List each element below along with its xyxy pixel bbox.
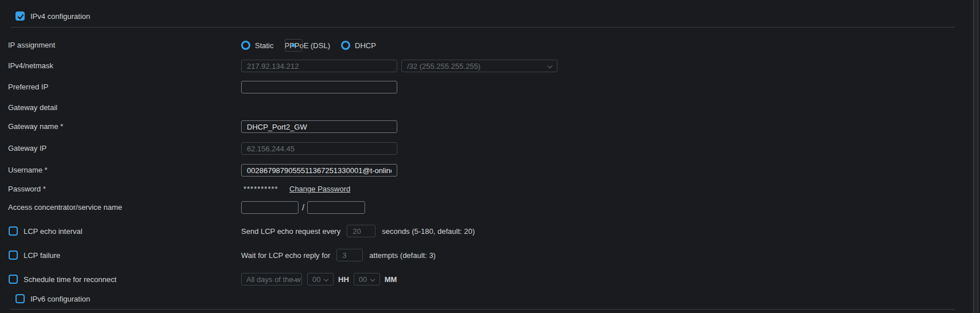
section-divider-bottom	[10, 309, 955, 310]
lcp-failure-text-before: Wait for LCP echo reply for	[241, 251, 330, 260]
preferred-ip-input[interactable]	[241, 81, 397, 93]
ip-assignment-label: IP assignment	[8, 41, 55, 50]
chevron-down-icon	[370, 277, 375, 281]
schedule-minute-value: 00	[359, 275, 367, 284]
lcp-echo-seconds-input[interactable]	[347, 225, 375, 237]
schedule-day-select[interactable]: All days of the w	[241, 273, 302, 285]
schedule-reconnect-label: Schedule time for reconnect	[24, 275, 117, 284]
checkbox-unchecked-icon[interactable]	[9, 226, 18, 236]
schedule-hour-select[interactable]: 00	[307, 273, 334, 285]
username-input[interactable]	[241, 164, 397, 177]
lcp-echo-text-after: seconds (5-180, default: 20)	[382, 227, 475, 236]
separator-slash: /	[302, 202, 304, 212]
gateway-ip-input[interactable]	[241, 142, 397, 155]
checkbox-unchecked-icon[interactable]	[9, 251, 18, 260]
lcp-echo-text-before: Send LCP echo request every	[241, 227, 340, 236]
gateway-name-label: Gateway name *	[8, 122, 63, 131]
mm-unit-label: MM	[385, 275, 397, 284]
gateway-detail-label: Gateway detail	[8, 103, 57, 112]
lcp-failure-toggle[interactable]: LCP failure	[9, 251, 60, 260]
section-divider-top	[10, 27, 955, 28]
username-label: Username *	[8, 166, 48, 175]
lcp-echo-interval-toggle[interactable]: LCP echo interval	[9, 226, 82, 236]
chevron-down-icon	[548, 64, 552, 68]
lcp-failure-text-after: attempts (default: 3)	[369, 251, 436, 260]
schedule-reconnect-controls: All days of the w 00 HH 00 MM	[241, 273, 397, 285]
checkbox-unchecked-icon[interactable]	[9, 275, 18, 284]
preferred-ip-label: Preferred IP	[8, 83, 48, 92]
schedule-minute-select[interactable]: 00	[354, 273, 380, 285]
ip-assignment-radio-group: Static PPPoE (DSL) DHCP	[241, 41, 376, 50]
lcp-echo-interval-label: LCP echo interval	[24, 227, 82, 236]
password-masked-value: **********	[243, 185, 278, 193]
netmask-select-value: /32 (255.255.255.255)	[407, 62, 481, 71]
gateway-ip-label: Gateway IP	[8, 144, 47, 153]
panel-right-edge	[973, 0, 980, 313]
ipv4-configuration-toggle[interactable]: IPv4 configuration	[16, 11, 90, 21]
radio-unselected-icon[interactable]	[341, 41, 350, 50]
radio-dhcp-label: DHCP	[355, 41, 376, 50]
lcp-failure-attempts-input[interactable]	[336, 249, 363, 261]
gateway-name-input[interactable]	[241, 120, 397, 133]
access-concentrator-input[interactable]	[241, 201, 299, 214]
radio-pppoe-dsl[interactable]: PPPoE (DSL)	[285, 41, 330, 50]
netmask-select[interactable]: /32 (255.255.255.255)	[401, 60, 557, 72]
checkbox-checked-icon[interactable]	[16, 11, 25, 21]
hh-unit-label: HH	[338, 275, 349, 284]
schedule-hour-value: 00	[312, 275, 320, 284]
lcp-echo-interval-controls: Send LCP echo request every seconds (5-1…	[241, 225, 475, 237]
access-concentrator-label: Access concentrator/service name	[8, 203, 122, 212]
radio-static-label: Static	[255, 41, 274, 50]
radio-unselected-icon[interactable]	[241, 41, 250, 50]
service-name-input[interactable]	[307, 201, 365, 214]
ipv4-netmask-label: IPv4/netmask	[8, 61, 53, 71]
ipv6-configuration-toggle[interactable]: IPv6 configuration	[16, 294, 90, 303]
lcp-failure-label: LCP failure	[24, 251, 60, 260]
lcp-failure-controls: Wait for LCP echo reply for attempts (de…	[241, 249, 436, 261]
change-password-link[interactable]: Change Password	[289, 185, 350, 193]
schedule-reconnect-toggle[interactable]: Schedule time for reconnect	[9, 275, 117, 284]
radio-static[interactable]: Static	[241, 41, 274, 50]
password-label: Password *	[8, 185, 46, 194]
chevron-down-icon	[324, 277, 328, 281]
ipv4-configuration-label: IPv4 configuration	[30, 12, 90, 21]
checkbox-unchecked-icon[interactable]	[16, 294, 25, 303]
ipv6-configuration-label: IPv6 configuration	[30, 295, 90, 303]
ipv4-address-input[interactable]	[241, 60, 397, 72]
radio-dhcp[interactable]: DHCP	[341, 41, 376, 50]
radio-selected-icon[interactable]	[285, 39, 303, 52]
